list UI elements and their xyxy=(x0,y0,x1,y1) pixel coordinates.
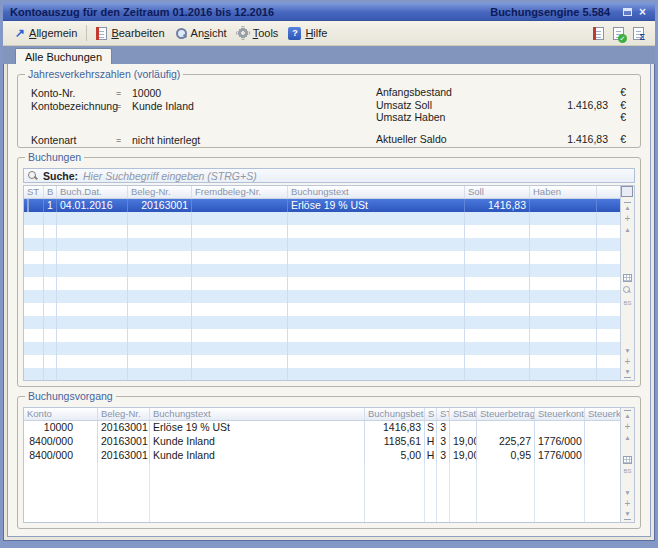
transaction-empty-rows xyxy=(24,463,620,522)
anfangsbestand-row: Anfangsbestand € xyxy=(376,86,630,99)
transaction-row[interactable]: 8400/000 20163001 Kunde Inland 1185,61 H… xyxy=(24,435,620,449)
add-row-button[interactable]: + xyxy=(625,421,631,432)
menu-bearbeiten-label: Bearbeiten xyxy=(111,27,164,39)
col-belegnr[interactable]: Beleg-Nr. xyxy=(128,186,192,198)
grid-view-icon[interactable] xyxy=(623,456,632,464)
grid-view-icon[interactable] xyxy=(623,274,632,282)
grid-cell-icon xyxy=(27,199,29,212)
anfangsbestand-label: Anfangsbestand xyxy=(376,86,496,98)
close-icon: × xyxy=(639,7,646,17)
summary-right-column: Anfangsbestand € Umsatz Soll 1.416,83 € … xyxy=(376,86,630,147)
column-chooser-icon[interactable] xyxy=(623,188,633,197)
booking-row-selected[interactable]: 1 04.01.2016 20163001 Erlöse 19 % USt 14… xyxy=(24,199,620,212)
transaction-grid-toolbar: ▲ + ▲ BS ▼ + ▼ xyxy=(620,408,634,522)
equals-icon: = xyxy=(116,88,132,98)
cell-soll: 1416,83 xyxy=(465,199,530,212)
document-check-icon[interactable] xyxy=(613,27,624,40)
report-document-icon[interactable] xyxy=(593,27,604,40)
col-fremdbelegnr[interactable]: Fremdbeleg-Nr. xyxy=(192,186,288,198)
currency-symbol: € xyxy=(608,86,630,98)
transaction-grid-header: Konto Beleg-Nr. Buchungstext Buchungsbet… xyxy=(24,408,620,421)
cell-buchungstext: Erlöse 19 % USt xyxy=(288,199,465,212)
currency-symbol: € xyxy=(608,99,630,111)
col-st[interactable]: ST xyxy=(24,186,44,198)
zoom-search-icon[interactable] xyxy=(623,286,632,295)
menubar: ↗ Allgemein Bearbeiten Ansicht Tools ? H… xyxy=(3,21,655,46)
bs-button[interactable]: BS xyxy=(623,297,631,308)
search-label: Suche: xyxy=(43,170,78,182)
scroll-bottom-button[interactable]: ▼ xyxy=(624,509,630,520)
transaction-row[interactable]: 8400/000 20163001 Kunde Inland 5,00 H 3 … xyxy=(24,449,620,463)
col-stsatz[interactable]: StSatz xyxy=(450,408,477,420)
scroll-top-button[interactable]: ▲ xyxy=(624,202,630,213)
menu-bearbeiten[interactable]: Bearbeiten xyxy=(91,25,169,42)
restore-button[interactable] xyxy=(620,5,635,18)
magnifier-icon xyxy=(175,27,187,39)
col-haben[interactable]: Haben xyxy=(530,186,597,198)
menu-tools-label: Tools xyxy=(253,27,279,39)
col-belegnr[interactable]: Beleg-Nr. xyxy=(98,408,150,420)
col-buchungsbetrag[interactable]: Buchungsbetrag xyxy=(365,408,425,420)
bs-button[interactable]: BS xyxy=(623,466,631,477)
search-input[interactable] xyxy=(83,170,630,182)
col-steuerbetrag[interactable]: Steuerbetrag xyxy=(477,408,535,420)
col-soll[interactable]: Soll xyxy=(465,186,530,198)
umsatz-haben-row: Umsatz Haben € xyxy=(376,111,630,124)
tab-alle-buchungen[interactable]: Alle Buchungen xyxy=(15,48,112,64)
menu-hilfe[interactable]: ? Hilfe xyxy=(283,25,332,42)
group-jahresverkehrszahlen: Jahresverkehrszahlen (vorläufig) Konto-N… xyxy=(17,74,641,148)
group-jahresverkehrszahlen-label: Jahresverkehrszahlen (vorläufig) xyxy=(25,68,183,80)
aktueller-saldo-label: Aktueller Saldo xyxy=(376,133,496,145)
currency-symbol: € xyxy=(608,111,630,123)
titlebar: Kontoauszug für den Zeitraum 01.2016 bis… xyxy=(3,3,655,21)
add-row-button[interactable]: + xyxy=(625,213,631,224)
group-buchungen: Buchungen Suche: ST B Buch.Dat. Beleg-Nr… xyxy=(17,157,641,387)
document-sum-icon[interactable] xyxy=(633,27,644,40)
search-bar[interactable]: Suche: xyxy=(23,168,635,183)
col-steuerkonto1[interactable]: Steuerkonto 1 xyxy=(535,408,585,420)
app-window: Kontoauszug für den Zeitraum 01.2016 bis… xyxy=(0,0,658,548)
col-buchungstext[interactable]: Buchungstext xyxy=(288,186,465,198)
umsatz-soll-row: Umsatz Soll 1.416,83 € xyxy=(376,99,630,112)
kontenart-value: nicht hinterlegt xyxy=(132,134,200,146)
scroll-up-button[interactable]: ▲ xyxy=(624,224,630,235)
scroll-down-button[interactable]: ▼ xyxy=(624,487,630,498)
konto-nr-row: Konto-Nr. = 10000 xyxy=(31,86,376,99)
diagonal-arrow-icon: ↗ xyxy=(15,27,25,39)
col-st[interactable]: ST xyxy=(437,408,450,420)
col-buchdat[interactable]: Buch.Dat. xyxy=(57,186,128,198)
menu-allgemein[interactable]: ↗ Allgemein xyxy=(10,25,82,41)
scroll-down-button[interactable]: ▼ xyxy=(624,345,630,356)
col-steuerkonto2[interactable]: Steuerkonto 2 xyxy=(585,408,620,420)
add-row-button[interactable]: + xyxy=(625,356,631,367)
cell-fremdbelegnr xyxy=(192,199,288,212)
umsatz-soll-label: Umsatz Soll xyxy=(376,99,496,111)
bookings-grid-toolbar: ▲ + ▲ BS ▼ + ▼ xyxy=(620,186,634,380)
group-buchungen-label: Buchungen xyxy=(25,151,84,163)
kontobezeichnung-row: Kontobezeichnung = Kunde Inland xyxy=(31,99,376,112)
kontenart-row: Kontenart = nicht hinterlegt xyxy=(31,133,376,146)
kontobezeichnung-value: Kunde Inland xyxy=(132,100,194,112)
scroll-bottom-button[interactable]: ▼ xyxy=(624,367,630,378)
col-konto[interactable]: Konto xyxy=(24,408,98,420)
col-b[interactable]: B xyxy=(44,186,57,198)
col-s[interactable]: S xyxy=(425,408,437,420)
cell-belegnr: 20163001 xyxy=(128,199,192,212)
scroll-up-button[interactable]: ▲ xyxy=(624,432,630,443)
scroll-top-button[interactable]: ▲ xyxy=(624,410,630,421)
app-version-title: Buchungsengine 5.584 xyxy=(490,6,610,18)
add-row-button[interactable]: + xyxy=(625,498,631,509)
equals-icon: = xyxy=(116,135,132,145)
bookings-empty-rows xyxy=(24,212,620,380)
group-buchungsvorgang-label: Buchungsvorgang xyxy=(25,390,116,402)
menu-tools[interactable]: Tools xyxy=(232,25,284,41)
cell-haben xyxy=(530,199,597,212)
menu-ansicht[interactable]: Ansicht xyxy=(170,25,232,41)
col-buchungstext[interactable]: Buchungstext xyxy=(150,408,365,420)
bookings-grid-header: ST B Buch.Dat. Beleg-Nr. Fremdbeleg-Nr. … xyxy=(24,186,620,199)
summary-left-column: Konto-Nr. = 10000 Kontobezeichnung = Kun… xyxy=(31,86,376,147)
konto-nr-label: Konto-Nr. xyxy=(31,87,116,99)
transaction-row[interactable]: 10000 20163001 Erlöse 19 % USt 1416,83 S… xyxy=(24,421,620,435)
close-button[interactable]: × xyxy=(635,5,650,18)
kontenart-label: Kontenart xyxy=(31,134,116,146)
